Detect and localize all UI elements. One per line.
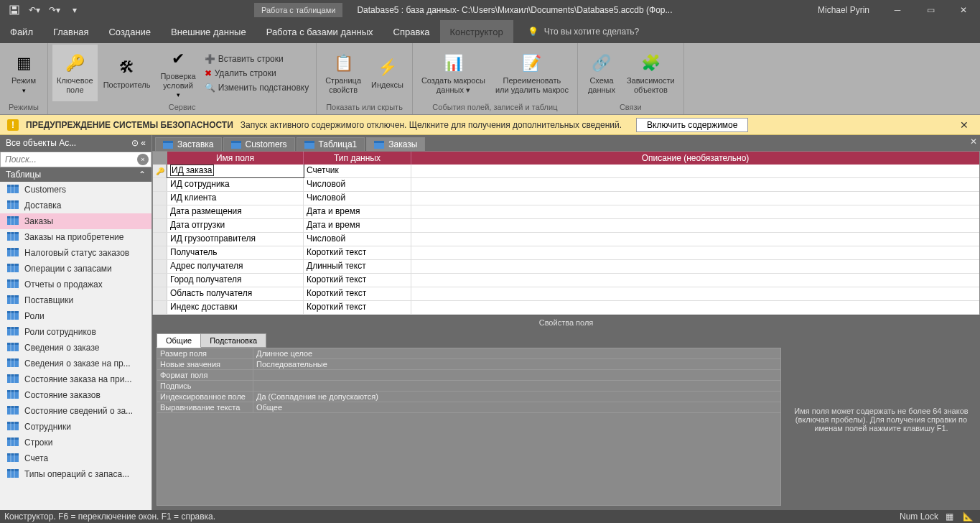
property-row[interactable]: Размер поляДлинное целое <box>157 348 780 359</box>
field-type-cell[interactable]: Дата и время <box>304 205 411 218</box>
tab-help[interactable]: Справка <box>383 20 440 43</box>
nav-item[interactable]: Операции с запасами <box>0 261 151 277</box>
props-tab-general[interactable]: Общие <box>157 333 201 348</box>
nav-item[interactable]: Сведения о заказе на пр... <box>0 356 151 371</box>
nav-item[interactable]: Роли сотрудников <box>0 324 151 340</box>
security-close-button[interactable]: ✕ <box>956 119 973 131</box>
field-row[interactable]: ИД клиентаЧисловой <box>153 192 979 205</box>
field-desc-cell[interactable] <box>411 178 979 191</box>
field-row[interactable]: Адрес получателяДлинный текст <box>153 260 979 274</box>
nav-item[interactable]: Типы операций с запаса... <box>0 466 151 482</box>
undo-icon[interactable]: ↶▾ <box>26 2 43 18</box>
qat-customize-icon[interactable]: ▾ <box>66 2 83 18</box>
field-desc-cell[interactable] <box>411 274 979 287</box>
clear-search-icon[interactable]: × <box>137 154 149 165</box>
field-name-cell[interactable]: Индекс доставки <box>167 301 304 314</box>
save-icon[interactable] <box>6 2 23 18</box>
field-name-cell[interactable]: ИД клиента <box>167 192 304 205</box>
field-properties-grid[interactable]: Размер поляДлинное целоеНовые значенияПо… <box>157 348 781 506</box>
nav-item[interactable]: Строки <box>0 435 151 450</box>
tab-file[interactable]: Файл <box>0 20 43 43</box>
indexes-button[interactable]: ⚡ Индексы <box>367 45 408 101</box>
tab-home[interactable]: Главная <box>43 20 98 43</box>
property-row[interactable]: Формат поля <box>157 370 780 381</box>
field-desc-cell[interactable] <box>411 260 979 273</box>
field-row[interactable]: Дата отгрузкиДата и время <box>153 219 979 233</box>
field-row[interactable]: ПолучательКороткий текст <box>153 246 979 260</box>
field-desc-cell[interactable] <box>411 301 979 314</box>
collapse-icon[interactable]: ⊙ « <box>131 138 146 148</box>
modify-lookup-button[interactable]: 🔍Изменить подстановку <box>202 81 312 94</box>
field-name-cell[interactable]: Дата размещения <box>167 205 304 218</box>
relationships-button[interactable]: 🔗 Схема данных <box>582 45 621 101</box>
props-tab-lookup[interactable]: Подстановка <box>200 333 266 348</box>
nav-item[interactable]: Состояние заказа на при... <box>0 371 151 387</box>
nav-item[interactable]: Заказы на приобретение <box>0 229 151 245</box>
field-row[interactable]: Индекс доставкиКороткий текст <box>153 301 979 315</box>
view-button[interactable]: ▦ Режим▾ <box>4 45 43 101</box>
nav-item[interactable]: Заказы <box>0 213 151 229</box>
field-name-cell[interactable]: ИД грузоотправителя <box>167 233 304 246</box>
nav-pane-header[interactable]: Все объекты Ас... ⊙ « <box>0 135 151 152</box>
nav-item[interactable]: Доставка <box>0 198 151 213</box>
field-type-cell[interactable]: Числовой <box>304 233 411 246</box>
document-tab[interactable]: Заставка <box>155 137 222 151</box>
nav-group-tables[interactable]: Таблицы⌃ <box>0 167 151 182</box>
field-row[interactable]: 🔑ИД заказаСчетчик <box>153 165 979 178</box>
enable-content-button[interactable]: Включить содержимое <box>636 118 748 132</box>
field-desc-cell[interactable] <box>411 165 979 177</box>
validation-button[interactable]: ✔ Проверка условий▾ <box>156 45 200 101</box>
field-type-cell[interactable]: Числовой <box>304 178 411 191</box>
property-row[interactable]: Новые значенияПоследовательные <box>157 359 780 370</box>
close-button[interactable]: ✕ <box>947 0 980 20</box>
field-name-cell[interactable]: ИД сотрудника <box>167 178 304 191</box>
field-desc-cell[interactable] <box>411 205 979 218</box>
field-type-cell[interactable]: Счетчик <box>304 165 411 177</box>
field-type-cell[interactable]: Короткий текст <box>304 274 411 287</box>
nav-item[interactable]: Состояние сведений о за... <box>0 403 151 419</box>
field-type-cell[interactable]: Числовой <box>304 192 411 205</box>
object-dependencies-button[interactable]: 🧩 Зависимости объектов <box>622 45 679 101</box>
redo-icon[interactable]: ↷▾ <box>46 2 63 18</box>
field-type-cell[interactable]: Короткий текст <box>304 246 411 259</box>
field-row[interactable]: Город получателяКороткий текст <box>153 274 979 287</box>
property-sheet-button[interactable]: 📋 Страница свойств <box>321 45 365 101</box>
field-name-cell[interactable]: ИД заказа <box>167 165 304 177</box>
tab-create[interactable]: Создание <box>98 20 161 43</box>
nav-item[interactable]: Счета <box>0 450 151 466</box>
nav-item[interactable]: Customers <box>0 182 151 198</box>
field-type-cell[interactable]: Короткий текст <box>304 301 411 314</box>
nav-item[interactable]: Налоговый статус заказов <box>0 245 151 261</box>
field-name-cell[interactable]: Область получателя <box>167 287 304 300</box>
design-view-button[interactable]: 📐 <box>960 511 976 522</box>
maximize-button[interactable]: ▭ <box>914 0 947 20</box>
nav-item[interactable]: Сотрудники <box>0 419 151 435</box>
tell-me-search[interactable]: 💡 Что вы хотите сделать? <box>528 20 640 43</box>
nav-item[interactable]: Роли <box>0 308 151 324</box>
search-input[interactable] <box>1 152 137 167</box>
field-name-cell[interactable]: Дата отгрузки <box>167 219 304 232</box>
nav-search[interactable]: × <box>0 152 151 167</box>
tab-database-tools[interactable]: Работа с базами данных <box>256 20 383 43</box>
property-row[interactable]: Индексированное полеДа (Совпадения не до… <box>157 392 780 402</box>
field-row[interactable]: ИД сотрудникаЧисловой <box>153 178 979 192</box>
property-row[interactable]: Выравнивание текстаОбщее <box>157 402 780 413</box>
tab-design[interactable]: Конструктор <box>440 20 513 43</box>
delete-rows-button[interactable]: ✖Удалить строки <box>202 67 312 80</box>
doc-tab-close-button[interactable]: ✕ <box>970 136 977 147</box>
builder-button[interactable]: 🛠 Построитель <box>99 45 155 101</box>
field-type-cell[interactable]: Длинный текст <box>304 260 411 273</box>
document-tab[interactable]: Заказы <box>366 137 425 151</box>
document-tab[interactable]: Customers <box>223 137 295 151</box>
rename-delete-macro-button[interactable]: 📝 Переименовать или удалить макрос <box>491 45 573 101</box>
field-type-cell[interactable]: Дата и время <box>304 219 411 232</box>
nav-item[interactable]: Поставщики <box>0 292 151 308</box>
user-name[interactable]: Michael Pyrin <box>818 5 869 15</box>
field-desc-cell[interactable] <box>411 192 979 205</box>
nav-item[interactable]: Отчеты о продажах <box>0 277 151 292</box>
document-tab[interactable]: Таблица1 <box>297 137 365 151</box>
create-data-macros-button[interactable]: 📊 Создать макросы данных ▾ <box>417 45 490 101</box>
field-desc-cell[interactable] <box>411 287 979 300</box>
field-name-cell[interactable]: Город получателя <box>167 274 304 287</box>
field-row[interactable]: Область получателяКороткий текст <box>153 287 979 301</box>
